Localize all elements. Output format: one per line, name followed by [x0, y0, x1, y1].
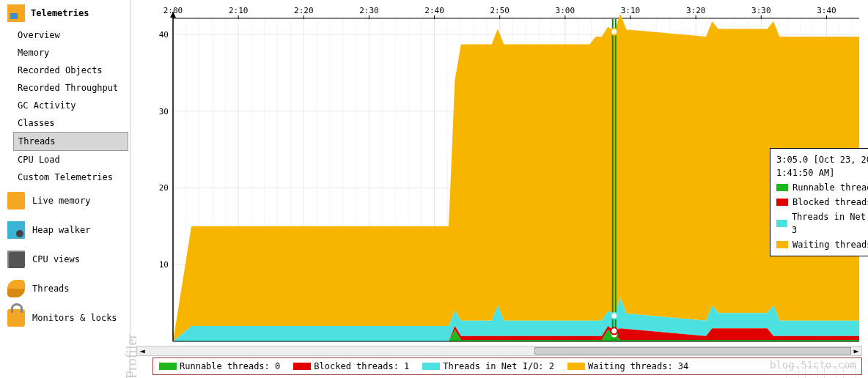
legend-item: Runnable threads: 0 — [159, 361, 280, 371]
legend-swatch — [422, 363, 440, 370]
sidebar-major-threads[interactable]: Threads — [0, 274, 130, 303]
svg-text:30: 30 — [159, 107, 169, 116]
tooltip: 3:05.0 [Oct 23, 2016 1:41:50 AM] Runnabl… — [770, 148, 868, 256]
svg-text:2:40: 2:40 — [424, 6, 444, 15]
svg-point-91 — [611, 312, 617, 319]
tooltip-row: Blocked threads: 1 — [776, 196, 868, 209]
ic-cpu-icon — [7, 251, 25, 268]
sidebar-item-cpu-load[interactable]: CPU Load — [13, 151, 130, 168]
sidebar: Telemetries OverviewMemoryRecorded Objec… — [0, 0, 130, 378]
svg-text:3:30: 3:30 — [751, 6, 771, 15]
ic-threads-icon — [7, 280, 25, 297]
main-area: 2:002:102:202:302:402:503:003:103:203:30… — [130, 0, 868, 378]
ic-heap-icon — [7, 221, 25, 239]
svg-text:3:00: 3:00 — [556, 6, 575, 15]
tooltip-swatch — [776, 241, 788, 248]
sidebar-item-threads[interactable]: Threads — [13, 132, 128, 151]
legend-bottom: Runnable threads: 0Blocked threads: 1Thr… — [152, 357, 862, 375]
sidebar-major-live-memory[interactable]: Live memory — [0, 186, 130, 215]
sidebar-item-recorded-objects[interactable]: Recorded Objects — [13, 62, 130, 79]
thread-chart[interactable]: 2:002:102:202:302:402:503:003:103:203:30… — [152, 1, 862, 346]
sidebar-header: Telemetries — [0, 0, 130, 26]
legend-swatch — [567, 363, 585, 370]
legend-swatch — [159, 363, 177, 370]
svg-text:2:50: 2:50 — [490, 6, 510, 15]
tooltip-swatch — [776, 184, 788, 191]
sidebar-item-classes[interactable]: Classes — [13, 114, 130, 132]
ic-lock-icon — [7, 309, 25, 327]
svg-text:3:20: 3:20 — [686, 6, 706, 15]
horizontal-scrollbar[interactable]: ◄ ► — [136, 346, 862, 356]
tooltip-header: 3:05.0 [Oct 23, 2016 1:41:50 AM] — [776, 153, 868, 179]
svg-text:40: 40 — [159, 30, 169, 40]
svg-text:20: 20 — [159, 183, 169, 193]
scroll-thumb[interactable] — [534, 347, 851, 355]
svg-text:2:20: 2:20 — [294, 6, 314, 15]
chart-area[interactable]: 2:002:102:202:302:402:503:003:103:203:30… — [130, 0, 868, 346]
tooltip-swatch — [776, 199, 788, 206]
legend-swatch — [293, 363, 311, 370]
scroll-right-icon[interactable]: ► — [851, 346, 861, 356]
legend-item: Blocked threads: 1 — [293, 361, 409, 371]
svg-text:3:10: 3:10 — [621, 6, 641, 15]
sidebar-item-gc-activity[interactable]: GC Activity — [13, 97, 130, 114]
telemetries-icon — [7, 4, 25, 22]
tooltip-row: Runnable threads: 0 — [776, 181, 868, 194]
sidebar-title: Telemetries — [31, 8, 89, 18]
scroll-left-icon[interactable]: ◄ — [137, 346, 147, 356]
ic-live-icon — [7, 192, 25, 210]
tooltip-swatch — [776, 220, 787, 227]
sidebar-major-monitors-&-locks[interactable]: Monitors & locks — [0, 303, 130, 333]
svg-text:3:40: 3:40 — [817, 6, 836, 15]
tooltip-row: Waiting threads: 33 — [776, 238, 868, 251]
svg-point-90 — [611, 327, 617, 334]
sidebar-item-memory[interactable]: Memory — [13, 44, 130, 62]
sidebar-item-custom-telemetries[interactable]: Custom Telemetries — [13, 168, 130, 186]
legend-item: Waiting threads: 34 — [567, 361, 688, 371]
toolbar-shadow — [786, 366, 856, 378]
sidebar-item-recorded-throughput[interactable]: Recorded Throughput — [13, 79, 130, 97]
scroll-track[interactable] — [147, 347, 851, 355]
svg-text:10: 10 — [159, 260, 169, 270]
tooltip-row: Threads in Net I/O: 3 — [776, 210, 868, 237]
svg-text:2:10: 2:10 — [229, 6, 249, 15]
sidebar-major-heap-walker[interactable]: Heap walker — [0, 215, 130, 245]
legend-item: Threads in Net I/O: 2 — [422, 361, 554, 371]
svg-text:2:30: 2:30 — [359, 6, 379, 15]
sidebar-item-overview[interactable]: Overview — [13, 26, 130, 44]
sidebar-items: OverviewMemoryRecorded ObjectsRecorded T… — [0, 26, 130, 186]
sidebar-major-cpu-views[interactable]: CPU views — [0, 245, 130, 274]
svg-point-92 — [611, 29, 617, 35]
